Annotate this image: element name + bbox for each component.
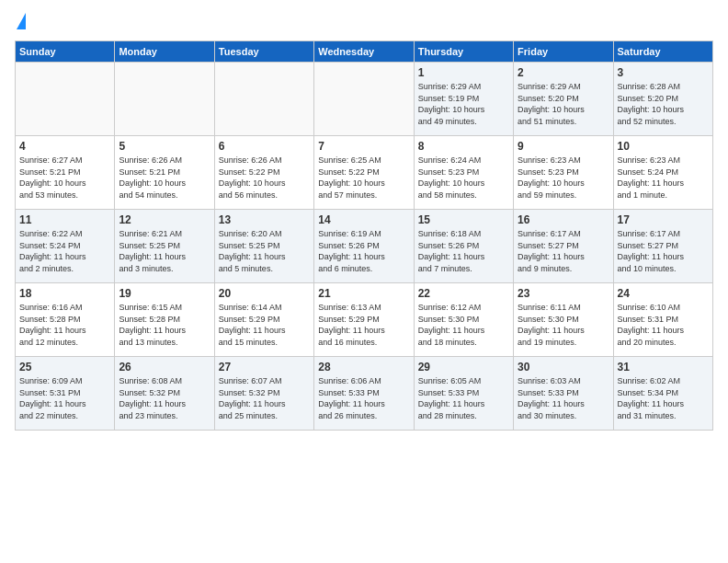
day-info: Sunrise: 6:11 AM Sunset: 5:30 PM Dayligh… [518, 302, 609, 348]
day-info: Sunrise: 6:13 AM Sunset: 5:29 PM Dayligh… [318, 302, 409, 348]
calendar-cell [115, 63, 214, 136]
day-info: Sunrise: 6:07 AM Sunset: 5:32 PM Dayligh… [219, 375, 310, 421]
calendar-week-2: 4Sunrise: 6:27 AM Sunset: 5:21 PM Daylig… [16, 136, 713, 210]
day-info: Sunrise: 6:05 AM Sunset: 5:33 PM Dayligh… [418, 375, 509, 421]
day-number: 8 [418, 140, 509, 153]
day-number: 4 [19, 140, 110, 153]
calendar-cell: 9Sunrise: 6:23 AM Sunset: 5:23 PM Daylig… [514, 136, 613, 210]
day-info: Sunrise: 6:22 AM Sunset: 5:24 PM Dayligh… [19, 228, 110, 274]
day-number: 14 [318, 213, 409, 226]
day-number: 31 [618, 361, 709, 373]
day-number: 7 [318, 140, 409, 153]
day-number: 27 [219, 361, 310, 373]
day-number: 1 [418, 66, 509, 79]
calendar-week-1: 1Sunrise: 6:29 AM Sunset: 5:19 PM Daylig… [16, 63, 713, 136]
calendar-cell: 14Sunrise: 6:19 AM Sunset: 5:26 PM Dayli… [314, 210, 414, 283]
day-info: Sunrise: 6:15 AM Sunset: 5:28 PM Dayligh… [119, 302, 210, 348]
calendar-cell: 4Sunrise: 6:27 AM Sunset: 5:21 PM Daylig… [16, 136, 115, 210]
logo [15, 15, 26, 29]
calendar-cell: 10Sunrise: 6:23 AM Sunset: 5:24 PM Dayli… [613, 136, 712, 210]
day-number: 15 [418, 213, 509, 226]
calendar-cell: 3Sunrise: 6:28 AM Sunset: 5:20 PM Daylig… [613, 63, 712, 136]
calendar-cell [16, 63, 115, 136]
day-info: Sunrise: 6:17 AM Sunset: 5:27 PM Dayligh… [618, 228, 709, 274]
day-number: 11 [19, 213, 110, 226]
day-info: Sunrise: 6:19 AM Sunset: 5:26 PM Dayligh… [318, 228, 409, 274]
day-info: Sunrise: 6:27 AM Sunset: 5:21 PM Dayligh… [19, 155, 110, 201]
day-number: 29 [418, 361, 509, 373]
day-number: 12 [119, 213, 210, 226]
day-info: Sunrise: 6:12 AM Sunset: 5:30 PM Dayligh… [418, 302, 509, 348]
day-number: 23 [518, 287, 609, 300]
day-number: 17 [618, 213, 709, 226]
day-info: Sunrise: 6:09 AM Sunset: 5:31 PM Dayligh… [19, 375, 110, 421]
calendar-cell: 23Sunrise: 6:11 AM Sunset: 5:30 PM Dayli… [514, 283, 613, 357]
calendar-cell: 29Sunrise: 6:05 AM Sunset: 5:33 PM Dayli… [414, 357, 513, 431]
day-number: 24 [618, 287, 709, 300]
calendar-cell: 6Sunrise: 6:26 AM Sunset: 5:22 PM Daylig… [214, 136, 313, 210]
calendar-cell: 1Sunrise: 6:29 AM Sunset: 5:19 PM Daylig… [414, 63, 513, 136]
day-info: Sunrise: 6:14 AM Sunset: 5:29 PM Dayligh… [219, 302, 310, 348]
calendar-cell: 18Sunrise: 6:16 AM Sunset: 5:28 PM Dayli… [16, 283, 115, 357]
logo-triangle-icon [17, 13, 26, 29]
day-info: Sunrise: 6:29 AM Sunset: 5:19 PM Dayligh… [418, 81, 509, 127]
day-info: Sunrise: 6:18 AM Sunset: 5:26 PM Dayligh… [418, 228, 509, 274]
calendar-table: SundayMondayTuesdayWednesdayThursdayFrid… [15, 40, 713, 431]
calendar-cell: 30Sunrise: 6:03 AM Sunset: 5:33 PM Dayli… [514, 357, 613, 431]
day-number: 3 [618, 66, 709, 79]
header-row: SundayMondayTuesdayWednesdayThursdayFrid… [16, 41, 713, 63]
calendar-cell: 21Sunrise: 6:13 AM Sunset: 5:29 PM Dayli… [314, 283, 414, 357]
calendar-cell: 25Sunrise: 6:09 AM Sunset: 5:31 PM Dayli… [16, 357, 115, 431]
day-info: Sunrise: 6:03 AM Sunset: 5:33 PM Dayligh… [518, 375, 609, 421]
page-header [15, 15, 713, 29]
calendar-cell [214, 63, 313, 136]
day-number: 30 [518, 361, 609, 373]
calendar-cell: 22Sunrise: 6:12 AM Sunset: 5:30 PM Dayli… [414, 283, 513, 357]
calendar-cell: 27Sunrise: 6:07 AM Sunset: 5:32 PM Dayli… [214, 357, 313, 431]
calendar-cell: 7Sunrise: 6:25 AM Sunset: 5:22 PM Daylig… [314, 136, 414, 210]
day-info: Sunrise: 6:06 AM Sunset: 5:33 PM Dayligh… [318, 375, 409, 421]
col-header-tuesday: Tuesday [214, 41, 313, 63]
day-info: Sunrise: 6:23 AM Sunset: 5:24 PM Dayligh… [618, 155, 709, 201]
calendar-week-4: 18Sunrise: 6:16 AM Sunset: 5:28 PM Dayli… [16, 283, 713, 357]
col-header-saturday: Saturday [613, 41, 712, 63]
day-info: Sunrise: 6:02 AM Sunset: 5:34 PM Dayligh… [618, 375, 709, 421]
calendar-cell: 5Sunrise: 6:26 AM Sunset: 5:21 PM Daylig… [115, 136, 214, 210]
day-info: Sunrise: 6:29 AM Sunset: 5:20 PM Dayligh… [518, 81, 609, 127]
day-number: 16 [518, 213, 609, 226]
day-info: Sunrise: 6:21 AM Sunset: 5:25 PM Dayligh… [119, 228, 210, 274]
day-info: Sunrise: 6:25 AM Sunset: 5:22 PM Dayligh… [318, 155, 409, 201]
day-info: Sunrise: 6:08 AM Sunset: 5:32 PM Dayligh… [119, 375, 210, 421]
col-header-monday: Monday [115, 41, 214, 63]
day-number: 21 [318, 287, 409, 300]
calendar-week-5: 25Sunrise: 6:09 AM Sunset: 5:31 PM Dayli… [16, 357, 713, 431]
calendar-cell: 31Sunrise: 6:02 AM Sunset: 5:34 PM Dayli… [613, 357, 712, 431]
calendar-cell: 19Sunrise: 6:15 AM Sunset: 5:28 PM Dayli… [115, 283, 214, 357]
calendar-cell [314, 63, 414, 136]
day-number: 6 [219, 140, 310, 153]
calendar-cell: 13Sunrise: 6:20 AM Sunset: 5:25 PM Dayli… [214, 210, 313, 283]
calendar-cell: 16Sunrise: 6:17 AM Sunset: 5:27 PM Dayli… [514, 210, 613, 283]
day-number: 18 [19, 287, 110, 300]
calendar-cell: 8Sunrise: 6:24 AM Sunset: 5:23 PM Daylig… [414, 136, 513, 210]
day-info: Sunrise: 6:23 AM Sunset: 5:23 PM Dayligh… [518, 155, 609, 201]
col-header-thursday: Thursday [414, 41, 513, 63]
day-number: 22 [418, 287, 509, 300]
calendar-cell: 28Sunrise: 6:06 AM Sunset: 5:33 PM Dayli… [314, 357, 414, 431]
calendar-cell: 20Sunrise: 6:14 AM Sunset: 5:29 PM Dayli… [214, 283, 313, 357]
day-info: Sunrise: 6:26 AM Sunset: 5:21 PM Dayligh… [119, 155, 210, 201]
calendar-cell: 2Sunrise: 6:29 AM Sunset: 5:20 PM Daylig… [514, 63, 613, 136]
day-info: Sunrise: 6:10 AM Sunset: 5:31 PM Dayligh… [618, 302, 709, 348]
day-number: 25 [19, 361, 110, 373]
day-info: Sunrise: 6:16 AM Sunset: 5:28 PM Dayligh… [19, 302, 110, 348]
day-number: 2 [518, 66, 609, 79]
day-number: 20 [219, 287, 310, 300]
day-info: Sunrise: 6:26 AM Sunset: 5:22 PM Dayligh… [219, 155, 310, 201]
day-number: 26 [119, 361, 210, 373]
day-number: 10 [618, 140, 709, 153]
day-number: 13 [219, 213, 310, 226]
calendar-cell: 11Sunrise: 6:22 AM Sunset: 5:24 PM Dayli… [16, 210, 115, 283]
day-number: 5 [119, 140, 210, 153]
day-number: 19 [119, 287, 210, 300]
day-info: Sunrise: 6:28 AM Sunset: 5:20 PM Dayligh… [618, 81, 709, 127]
